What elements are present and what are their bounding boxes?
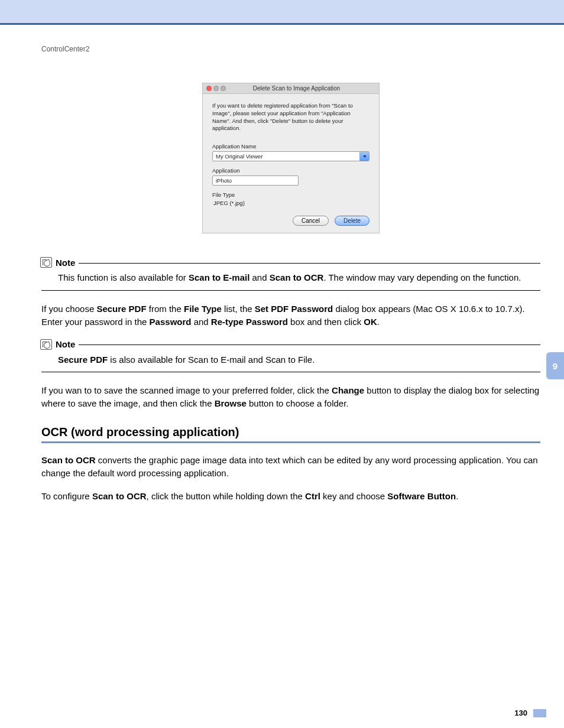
p4-t3: key and choose	[320, 491, 387, 501]
note-body-1: This function is also available for Scan…	[41, 268, 540, 290]
dialog-container: Delete Scan to Image Application If you …	[41, 83, 540, 233]
p1-b4: Password	[150, 317, 192, 327]
p3-t1: converts the graphic page image data int…	[41, 455, 538, 478]
note-label-2: Note	[56, 339, 75, 349]
p1-b1: Secure PDF	[96, 304, 146, 314]
p1-t6: box and then click	[288, 317, 364, 327]
cancel-button[interactable]: Cancel	[293, 216, 329, 226]
p1-t2: from the	[147, 304, 184, 314]
paragraph-change-browse: If you wan to to save the scanned image …	[41, 384, 540, 410]
zoom-icon	[221, 86, 226, 91]
window-traffic-lights	[203, 86, 226, 91]
p2-b2: Browse	[215, 398, 247, 408]
page-number: 130	[514, 708, 527, 717]
note-block-2: Note Secure PDF is also available for Sc…	[41, 339, 540, 373]
dialog-titlebar: Delete Scan to Image Application	[203, 83, 379, 94]
p4-b1: Scan to OCR	[92, 491, 147, 501]
breadcrumb: ControlCenter2	[41, 45, 540, 53]
chapter-tab: 9	[546, 352, 564, 379]
section-title-ocr: OCR (word processing application)	[41, 425, 540, 439]
note-icon	[40, 339, 52, 350]
note-header-2: Note	[40, 339, 540, 350]
application-label: Application	[212, 167, 369, 174]
note1-t2: and	[249, 272, 269, 282]
p1-b5: Re-type Password	[211, 317, 288, 327]
note2-t1: is also available for Scan to E-mail and…	[108, 355, 315, 365]
note-rule	[79, 263, 540, 264]
note-label: Note	[56, 258, 75, 268]
p2-t3: button to choose a folder.	[247, 398, 349, 408]
note1-b2: Scan to OCR	[270, 272, 324, 282]
dialog-description: If you want to delete registered applica…	[212, 102, 369, 132]
chevron-down-icon[interactable]	[359, 152, 369, 161]
note1-t1: This function is also available for	[58, 272, 189, 282]
p4-t4: .	[456, 491, 458, 501]
file-type-label: File Type	[212, 191, 369, 198]
p4-t2: , click the button while holding down th…	[147, 491, 306, 501]
dialog-body: If you want to delete registered applica…	[203, 94, 379, 233]
note1-b1: Scan to E-mail	[189, 272, 249, 282]
app-name-label: Application Name	[212, 143, 369, 150]
paragraph-ocr-config: To configure Scan to OCR, click the butt…	[41, 490, 540, 503]
p1-t1: If you choose	[41, 304, 96, 314]
p1-b3: Set PDF Password	[255, 304, 333, 314]
page-footer: 130	[514, 708, 546, 717]
p2-b1: Change	[332, 385, 364, 395]
delete-button[interactable]: Delete	[335, 216, 369, 226]
note-end-rule	[41, 372, 540, 372]
minimize-icon	[213, 86, 219, 91]
note-header: Note	[40, 257, 540, 268]
delete-app-dialog: Delete Scan to Image Application If you …	[202, 83, 380, 233]
application-value: iPhoto	[216, 177, 232, 184]
note-block-1: Note This function is also available for…	[41, 257, 540, 291]
p3-b1: Scan to OCR	[41, 455, 96, 465]
footer-bar	[533, 709, 546, 717]
file-type-value: JPEG (*.jpg)	[212, 200, 369, 206]
note-body-2: Secure PDF is also available for Scan to…	[41, 350, 540, 372]
section-rule	[41, 441, 540, 443]
p4-b3: Software Button	[387, 491, 456, 501]
p4-b2: Ctrl	[305, 491, 320, 501]
note-end-rule	[41, 290, 540, 291]
paragraph-secure-pdf: If you choose Secure PDF from the File T…	[41, 303, 540, 329]
paragraph-ocr-intro: Scan to OCR converts the graphic page im…	[41, 454, 540, 480]
p4-t1: To configure	[41, 491, 92, 501]
close-icon[interactable]	[206, 86, 212, 91]
application-field: iPhoto	[212, 176, 299, 186]
top-bar	[0, 0, 564, 25]
p1-t3: list, the	[222, 304, 255, 314]
dialog-buttons: Cancel Delete	[212, 212, 369, 226]
app-name-value: My Original Viewer	[216, 153, 263, 160]
note-rule	[79, 344, 540, 345]
note-icon	[40, 257, 52, 268]
dialog-title: Delete Scan to Image Application	[226, 85, 379, 92]
p1-b6: OK	[364, 317, 377, 327]
p1-t7: .	[377, 317, 380, 327]
note1-t3: . The window may vary depending on the f…	[323, 272, 521, 282]
note2-b1: Secure PDF	[58, 355, 108, 365]
p2-t1: If you wan to to save the scanned image …	[41, 385, 332, 395]
page-content: ControlCenter2 Delete Scan to Image Appl…	[0, 25, 564, 503]
app-name-select[interactable]: My Original Viewer	[212, 151, 369, 161]
p1-t5: and	[191, 317, 210, 327]
p1-b2: File Type	[184, 304, 222, 314]
